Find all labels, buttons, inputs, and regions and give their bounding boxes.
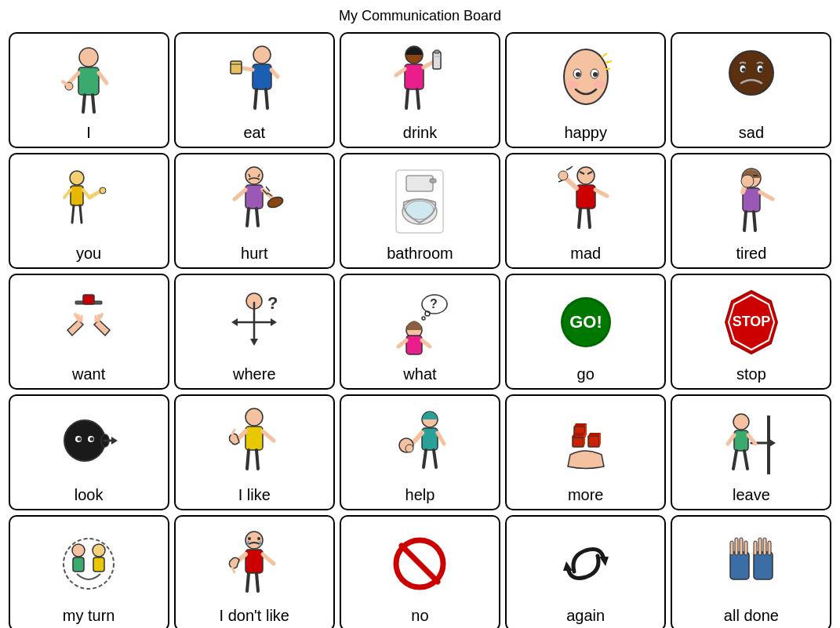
- svg-line-73: [588, 209, 590, 227]
- svg-line-138: [434, 450, 436, 467]
- icon-go: GO!: [510, 281, 661, 362]
- card-my-turn[interactable]: my turn: [9, 515, 169, 628]
- label-i-like: I like: [238, 486, 271, 504]
- card-look[interactable]: look: [9, 394, 169, 510]
- svg-rect-184: [758, 538, 762, 555]
- card-what[interactable]: ? what: [340, 274, 500, 390]
- svg-line-155: [728, 435, 734, 444]
- icon-i-dont-like: [179, 523, 330, 604]
- svg-point-160: [72, 544, 85, 557]
- svg-point-8: [253, 46, 271, 64]
- svg-rect-163: [93, 557, 104, 572]
- svg-point-166: [257, 537, 260, 540]
- svg-line-18: [396, 69, 405, 75]
- svg-line-170: [263, 554, 274, 564]
- svg-line-171: [247, 573, 249, 591]
- svg-rect-17: [405, 64, 424, 89]
- icon-drink: [344, 40, 496, 121]
- svg-line-75: [558, 180, 562, 182]
- svg-marker-148: [574, 423, 587, 427]
- svg-text:STOP: STOP: [733, 314, 771, 329]
- svg-rect-14: [231, 61, 242, 74]
- svg-rect-104: [406, 336, 422, 354]
- svg-marker-100: [250, 339, 258, 346]
- card-mad[interactable]: mad: [505, 153, 666, 269]
- svg-line-136: [438, 433, 444, 444]
- card-more[interactable]: more: [505, 394, 666, 510]
- label-sad: sad: [739, 124, 764, 142]
- svg-point-0: [79, 48, 98, 67]
- card-i-dont-like[interactable]: I don't like: [174, 515, 335, 628]
- svg-rect-23: [435, 50, 439, 53]
- label-drink: drink: [403, 124, 437, 142]
- svg-point-31: [593, 72, 598, 77]
- svg-text:?: ?: [430, 297, 438, 310]
- card-i-like[interactable]: I like I like: [174, 394, 335, 510]
- svg-point-27: [593, 81, 605, 89]
- icon-what: ?: [344, 281, 496, 362]
- label-my-turn: my turn: [63, 607, 115, 625]
- svg-line-71: [595, 190, 607, 196]
- label-all-done: all done: [724, 607, 779, 625]
- svg-line-7: [63, 82, 67, 85]
- svg-point-153: [733, 414, 749, 430]
- svg-marker-146: [588, 433, 601, 436]
- card-you[interactable]: you: [9, 153, 169, 269]
- svg-line-33: [605, 61, 612, 63]
- svg-rect-167: [245, 550, 263, 573]
- icon-bathroom: [344, 161, 496, 241]
- label-want: want: [72, 365, 105, 383]
- svg-text:I like: I like: [254, 479, 256, 480]
- svg-point-39: [758, 67, 762, 71]
- svg-line-13: [266, 89, 267, 108]
- svg-point-159: [64, 539, 114, 589]
- card-stop[interactable]: STOP stop: [671, 274, 831, 390]
- communication-grid: I eat drink: [9, 32, 832, 628]
- card-happy[interactable]: happy: [505, 32, 666, 148]
- svg-marker-175: [599, 557, 609, 566]
- svg-line-72: [579, 209, 580, 227]
- card-i[interactable]: I: [9, 32, 169, 148]
- card-where[interactable]: ? where: [174, 274, 335, 390]
- svg-rect-143: [588, 436, 599, 447]
- card-all-done[interactable]: all done: [671, 515, 831, 628]
- svg-point-38: [741, 67, 745, 71]
- svg-rect-161: [73, 557, 84, 572]
- card-go[interactable]: GO! go: [505, 274, 666, 390]
- card-bathroom[interactable]: bathroom: [340, 153, 500, 269]
- svg-line-45: [80, 205, 82, 223]
- svg-point-25: [564, 49, 608, 104]
- label-no: no: [411, 607, 428, 625]
- svg-line-83: [760, 192, 773, 199]
- svg-line-131: [256, 450, 258, 469]
- card-hurt[interactable]: hurt: [174, 153, 335, 269]
- svg-line-55: [256, 209, 258, 226]
- card-no[interactable]: no: [340, 515, 500, 628]
- card-want[interactable]: want: [9, 274, 169, 390]
- card-help[interactable]: help: [340, 394, 500, 510]
- svg-line-52: [235, 190, 245, 199]
- svg-point-30: [576, 72, 580, 77]
- svg-marker-124: [111, 437, 118, 445]
- svg-point-164: [245, 532, 263, 549]
- label-stop: stop: [736, 365, 766, 383]
- card-eat[interactable]: eat: [174, 32, 335, 148]
- card-sad[interactable]: sad: [671, 32, 831, 148]
- card-again[interactable]: again: [505, 515, 666, 628]
- label-leave: leave: [733, 486, 770, 504]
- svg-line-158: [744, 451, 747, 469]
- card-leave[interactable]: leave: [671, 394, 831, 510]
- svg-line-137: [424, 450, 426, 467]
- svg-line-105: [398, 340, 406, 347]
- svg-rect-87: [83, 295, 94, 304]
- svg-rect-9: [253, 64, 271, 89]
- card-drink[interactable]: drink: [340, 32, 500, 148]
- svg-line-42: [64, 190, 71, 198]
- icon-sad: [675, 40, 827, 121]
- card-tired[interactable]: tired: [671, 153, 831, 269]
- svg-line-11: [271, 70, 278, 77]
- svg-rect-126: [245, 427, 263, 450]
- svg-rect-1: [78, 67, 99, 95]
- svg-text:GO!: GO!: [569, 312, 602, 332]
- svg-marker-96: [231, 318, 238, 326]
